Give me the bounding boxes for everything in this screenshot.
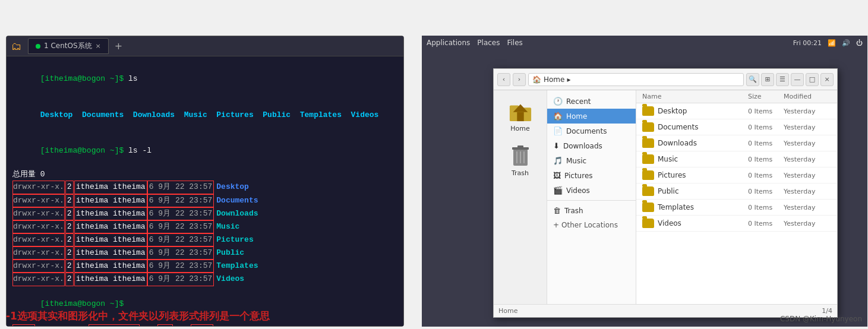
nav-item-documents[interactable]: 📄 Documents [547,124,636,138]
nav-home-label: Home [566,112,587,121]
annotation-perm: 权限 [12,324,35,326]
fm-back-button[interactable]: ‹ [497,73,510,86]
fm-statusbar-top: Fri 00:21 📶 🔊 ⏻ [793,39,863,47]
tab-active-indicator [36,44,40,49]
prompt-1: [itheima@bogon ~]$ [40,74,128,83]
terminal-tab-close[interactable]: × [96,42,101,50]
svg-rect-6 [517,145,523,148]
file-row-music[interactable]: Music 0 Items Yesterday [636,151,837,167]
fm-topbar: Applications Places Files Fri 00:21 📶 🔊 … [422,36,867,50]
terminal-folder-icon: 🗂 [11,40,22,52]
dir-row-desktop: drwxr-xr-x. 2 itheima itheima 6 9月 22 23… [12,181,397,194]
fm-nav-panel: 🕐 Recent 🏠 Home 📄 Documents ⬇ Downloads … [547,90,636,304]
folder-icon-documents [642,122,654,132]
menu-applications[interactable]: Applications [427,39,470,47]
fm-body: Home Trash [494,90,837,304]
folder-icon-templates [642,203,654,212]
dir-row-templates: drwxr-xr-x. 2 itheima itheima 6 9月 22 23… [12,260,397,273]
file-name-pictures: Pictures [642,170,748,180]
file-row-videos[interactable]: Videos 0 Items Yesterday [636,216,837,232]
bottom-caption: -1选项其实和图形化中，文件夹以列表形式排列是一个意思 [6,309,270,323]
folder-icon-music [642,154,654,164]
file-row-pictures[interactable]: Pictures 0 Items Yesterday [636,167,837,184]
fm-close-button[interactable]: × [820,73,834,86]
nav-item-home[interactable]: 🏠 Home [547,109,636,124]
file-row-templates[interactable]: Templates 0 Items Yesterday [636,200,837,216]
terminal-window: 🗂 1 CentOS系统 × + [itheima@bogon ~]$ ls D… [6,36,404,327]
nav-separator [547,200,636,201]
nav-item-other-locations[interactable]: + Other Locations [547,218,636,232]
fm-toolbar-right: 🔍 ⊞ ☰ — □ × [746,73,834,86]
file-row-public[interactable]: Public 0 Items Yesterday [636,184,837,200]
fm-search-button[interactable]: 🔍 [746,73,759,86]
menu-places[interactable]: Places [477,39,500,47]
terminal-line-2: [itheima@bogon ~]$ ls -l [12,133,397,169]
nav-item-pictures[interactable]: 🖼 Pictures [547,168,636,183]
fm-list-view-button[interactable]: ☰ [776,73,789,86]
signal-icon: 📶 [828,39,836,47]
nav-music-label: Music [566,157,586,165]
fm-grid-view-button[interactable]: ⊞ [761,73,774,86]
dir-row-documents: drwxr-xr-x. 2 itheima itheima 6 9月 22 23… [12,194,397,207]
nav-item-videos[interactable]: 🎬 Videos [547,183,636,198]
system-clock: Fri 00:21 [793,39,822,47]
caption-credit: CSDN @Kim-Hyunyeon [780,315,862,323]
file-row-documents[interactable]: Documents 0 Items Yesterday [636,119,837,135]
videos-icon: 🎬 [553,186,563,195]
terminal-add-tab[interactable]: + [115,40,122,52]
fm-minimize-button[interactable]: — [791,73,804,86]
recent-icon: 🕐 [553,97,563,106]
col-modified-header: Modified [784,93,831,100]
file-name-templates: Templates [642,203,748,212]
terminal-titlebar: 🗂 1 CentOS系统 × + [7,36,403,56]
fm-maximize-button[interactable]: □ [806,73,819,86]
file-name-videos: Videos [642,219,748,228]
location-home-icon: 🏠 [532,75,541,84]
music-icon: 🎵 [553,156,563,165]
fm-location-bar[interactable]: 🏠 Home ▸ [528,73,744,86]
nav-other-label: Other Locations [561,221,618,229]
folder-icon-pictures [642,170,654,180]
terminal-tab-label: 1 CentOS系统 [44,41,92,51]
folder-icon-public [642,186,654,196]
statusbar-page: 1/4 [822,307,832,315]
file-name-music: Music [642,154,748,164]
fm-file-list: Name Size Modified Desktop 0 Items Yeste… [636,90,837,304]
dir-row-music: drwxr-xr-x. 2 itheima itheima 6 9月 22 23… [12,220,397,233]
home-folder-icon [509,99,532,122]
trash-nav-icon: 🗑 [553,206,561,215]
sidebar-home-label: Home [510,125,529,132]
sidebar-icon-trash[interactable]: Trash [506,141,535,179]
terminal-line-1: [itheima@bogon ~]$ ls [12,61,397,97]
nav-item-recent[interactable]: 🕐 Recent [547,94,636,109]
file-row-desktop[interactable]: Desktop 0 Items Yesterday [636,103,837,119]
file-manager-container: Applications Places Files Fri 00:21 📶 🔊 … [422,36,867,327]
dir-row-pictures: drwxr-xr-x. 2 itheima itheima 6 9月 22 23… [12,233,397,246]
folder-icon-desktop [642,106,654,116]
fm-sidebar-icon-panel: Home Trash [494,90,547,304]
annotation-size: 大小 [157,324,173,326]
dir-row-videos: drwxr-xr-x. 2 itheima itheima 6 9月 22 23… [12,273,397,286]
sidebar-icon-home[interactable]: Home [506,96,535,135]
power-icon: ⏻ [856,39,863,47]
terminal-tab[interactable]: 1 CentOS系统 × [28,38,109,54]
menu-files[interactable]: Files [507,39,522,47]
nav-item-downloads[interactable]: ⬇ Downloads [547,138,636,153]
dir-row-public: drwxr-xr-x. 2 itheima itheima 6 9月 22 23… [12,246,397,260]
location-label: Home [544,75,564,84]
annotation-user: 用户和用户组 [89,324,140,326]
nav-item-trash[interactable]: 🗑 Trash [547,203,636,218]
pictures-icon: 🖼 [553,171,561,180]
terminal-ls-output: Desktop Documents Downloads Music Pictur… [12,97,397,132]
nav-item-music[interactable]: 🎵 Music [547,153,636,168]
sidebar-trash-label: Trash [512,169,529,177]
location-arrow: ▸ [567,75,570,84]
file-row-downloads[interactable]: Downloads 0 Items Yesterday [636,135,837,151]
downloads-icon: ⬇ [553,141,560,150]
fm-forward-button[interactable]: › [513,73,526,86]
col-name-header: Name [642,93,748,100]
svg-rect-3 [517,112,523,121]
folder-icon-videos [642,219,654,228]
nav-trash-label: Trash [564,207,583,215]
volume-icon: 🔊 [842,39,850,47]
